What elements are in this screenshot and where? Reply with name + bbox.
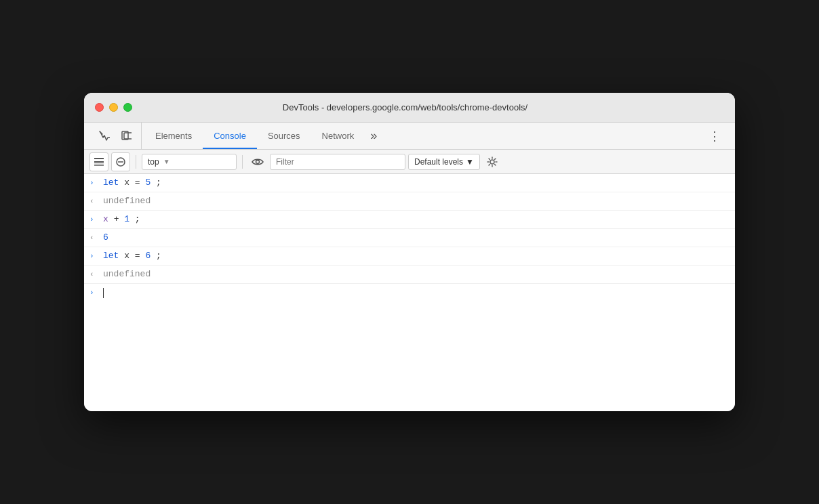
tab-elements[interactable]: Elements: [144, 123, 203, 149]
context-arrow-icon: ▼: [163, 158, 170, 165]
clear-console-button[interactable]: [111, 152, 130, 171]
output-arrow-1: ‹: [89, 195, 103, 207]
toolbar-divider-2: [242, 155, 243, 169]
console-code-3: let x = 6 ;: [103, 250, 730, 262]
console-toolbar: top ▼ Default levels ▼: [84, 150, 735, 174]
live-expressions-button[interactable]: [248, 152, 267, 171]
devtools-window: DevTools - developers.google.com/web/too…: [84, 93, 735, 411]
device-toggle-icon[interactable]: [117, 127, 136, 146]
console-code-2: x + 1 ;: [103, 213, 730, 226]
console-settings-button[interactable]: [483, 152, 502, 171]
window-title: DevTools - developers.google.com/web/too…: [86, 102, 724, 112]
console-value-2: 6: [103, 232, 730, 244]
console-result-3: ‹ undefined: [84, 266, 735, 284]
prompt-arrow: ›: [89, 287, 103, 299]
more-tabs-button[interactable]: »: [365, 123, 382, 149]
log-levels-button[interactable]: Default levels ▼: [408, 154, 480, 170]
show-drawer-button[interactable]: [89, 152, 108, 171]
tabs-bar: Elements Console Sources Network » ⋮: [84, 123, 735, 150]
console-entry-1: › let x = 5 ;: [84, 174, 735, 192]
output-arrow-3: ‹: [89, 268, 103, 280]
cursor: [103, 288, 104, 298]
toolbar-divider-1: [136, 155, 136, 169]
inspect-icon[interactable]: [95, 127, 114, 146]
console-result-2: ‹ 6: [84, 229, 735, 247]
console-value-1: undefined: [103, 195, 730, 207]
tab-network[interactable]: Network: [311, 123, 365, 149]
console-entry-3: › let x = 6 ;: [84, 247, 735, 266]
filter-input[interactable]: [270, 154, 405, 170]
console-entry-2: › x + 1 ;: [84, 211, 735, 229]
tab-spacer: [382, 123, 700, 149]
console-value-3: undefined: [103, 268, 730, 280]
console-output: › let x = 5 ; ‹ undefined › x + 1 ;: [84, 174, 735, 411]
svg-rect-5: [94, 163, 104, 166]
output-arrow-2: ‹: [89, 232, 103, 244]
svg-rect-3: [94, 161, 104, 163]
context-selector[interactable]: top ▼: [142, 154, 237, 170]
svg-rect-2: [94, 158, 104, 159]
title-bar: DevTools - developers.google.com/web/too…: [84, 93, 735, 123]
svg-point-9: [490, 160, 494, 164]
tab-toolbar-icons: [89, 123, 142, 149]
input-arrow-1: ›: [89, 177, 103, 189]
tab-sources[interactable]: Sources: [257, 123, 311, 149]
devtools-menu-button[interactable]: ⋮: [700, 123, 730, 149]
console-code-1: let x = 5 ;: [103, 177, 730, 189]
console-result-1: ‹ undefined: [84, 192, 735, 211]
console-prompt-line[interactable]: ›: [84, 284, 735, 301]
tab-console[interactable]: Console: [203, 123, 257, 149]
input-arrow-3: ›: [89, 250, 103, 262]
levels-arrow-icon: ▼: [466, 157, 474, 167]
input-arrow-2: ›: [89, 213, 103, 226]
svg-point-8: [256, 160, 260, 163]
